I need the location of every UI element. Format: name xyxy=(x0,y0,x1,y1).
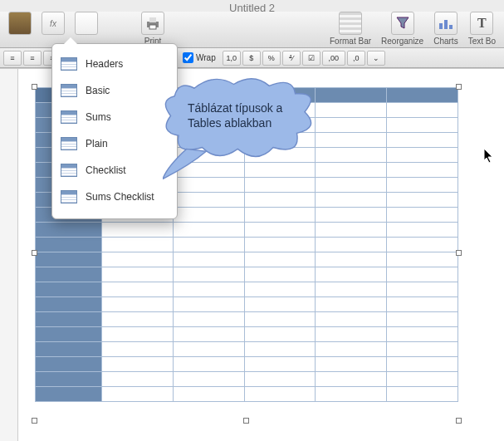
menu-headers[interactable]: Headers xyxy=(57,51,172,77)
num-percent[interactable]: % xyxy=(262,51,281,66)
table-icon xyxy=(61,137,77,150)
menu-basic[interactable]: Basic xyxy=(57,77,172,104)
svg-rect-1 xyxy=(149,17,156,22)
callout-line1: Táblázat típusok a xyxy=(188,101,304,116)
print-button[interactable]: Print xyxy=(141,12,164,46)
funnel-icon xyxy=(391,12,414,35)
svg-rect-3 xyxy=(439,23,443,29)
textbox-icon: T xyxy=(470,12,493,35)
wrap-check-input[interactable] xyxy=(183,52,193,63)
menu-sums[interactable]: Sums xyxy=(57,104,172,130)
table-icon xyxy=(61,190,77,203)
menu-label: Headers xyxy=(86,58,123,70)
annotation-callout: Táblázat típusok a Tables ablakban xyxy=(163,76,321,179)
sheet-button[interactable] xyxy=(75,12,98,37)
tables-button[interactable] xyxy=(8,12,32,37)
dec-dec[interactable]: ⌄ xyxy=(367,51,385,66)
menu-plain[interactable]: Plain xyxy=(57,130,172,157)
function-button[interactable]: fx xyxy=(42,12,65,37)
table-row[interactable] xyxy=(36,312,458,327)
menu-checklist[interactable]: Checklist xyxy=(57,157,172,184)
cols-btn[interactable]: ≡ xyxy=(23,51,42,66)
callout-line2: Tables ablakban xyxy=(188,116,304,131)
table-row[interactable] xyxy=(36,267,458,282)
tables-menu: Headers Basic Sums Plain Checklist Sums … xyxy=(51,43,178,219)
menu-label: Sums Checklist xyxy=(86,191,154,203)
num-dec[interactable]: ,00 xyxy=(322,51,345,66)
reorganize-button[interactable]: Reorganize xyxy=(381,12,423,46)
charts-label: Charts xyxy=(433,37,458,46)
table-row[interactable] xyxy=(36,387,458,402)
table-icon xyxy=(61,84,77,97)
reorganize-label: Reorganize xyxy=(381,37,423,46)
table-row[interactable] xyxy=(36,342,458,357)
menu-label: Basic xyxy=(86,85,110,96)
num-1[interactable]: 1,0 xyxy=(223,51,241,66)
table-icon xyxy=(61,164,77,177)
charts-icon xyxy=(434,12,458,35)
menu-label: Plain xyxy=(86,138,108,149)
table-icon xyxy=(61,110,77,124)
sheet-icon xyxy=(75,12,98,35)
svg-rect-5 xyxy=(449,25,453,29)
menu-label: Checklist xyxy=(86,164,126,176)
wrap-checkbox[interactable]: Wrap xyxy=(183,52,216,63)
table-row[interactable] xyxy=(36,297,458,312)
printer-icon xyxy=(141,12,164,35)
rows-btn[interactable]: ≡ xyxy=(3,51,22,66)
dec-inc[interactable]: ,0 xyxy=(347,51,365,66)
num-exp[interactable]: ⁴⁄ xyxy=(282,51,301,66)
table-row[interactable] xyxy=(36,357,458,372)
table-row[interactable] xyxy=(36,282,458,297)
menu-sumschecklist[interactable]: Sums Checklist xyxy=(57,184,172,210)
svg-rect-4 xyxy=(444,20,448,29)
table-row[interactable] xyxy=(36,238,458,252)
fx-icon: fx xyxy=(42,12,65,35)
table-row[interactable] xyxy=(36,327,458,342)
tables-icon xyxy=(8,12,32,35)
textbox-button[interactable]: T Text Bo xyxy=(468,12,496,46)
window-title: Untitled 2 xyxy=(0,0,504,12)
table-row[interactable] xyxy=(36,372,458,387)
table-icon xyxy=(61,57,77,71)
charts-button[interactable]: Charts xyxy=(433,12,458,46)
table-row[interactable] xyxy=(36,223,458,238)
textbox-label: Text Bo xyxy=(468,37,496,46)
table-row[interactable] xyxy=(36,252,458,267)
svg-rect-2 xyxy=(149,25,156,29)
num-misc[interactable]: ☑ xyxy=(302,51,321,66)
formatbar-button[interactable]: Format Bar xyxy=(330,12,371,46)
wrap-label: Wrap xyxy=(196,53,216,62)
menu-label: Sums xyxy=(86,111,111,123)
mouse-cursor-icon xyxy=(483,148,495,168)
num-currency[interactable]: $ xyxy=(242,51,261,66)
formatbar-label: Format Bar xyxy=(330,37,371,46)
ruler-vertical xyxy=(0,69,18,441)
formatbar-icon xyxy=(339,12,362,35)
